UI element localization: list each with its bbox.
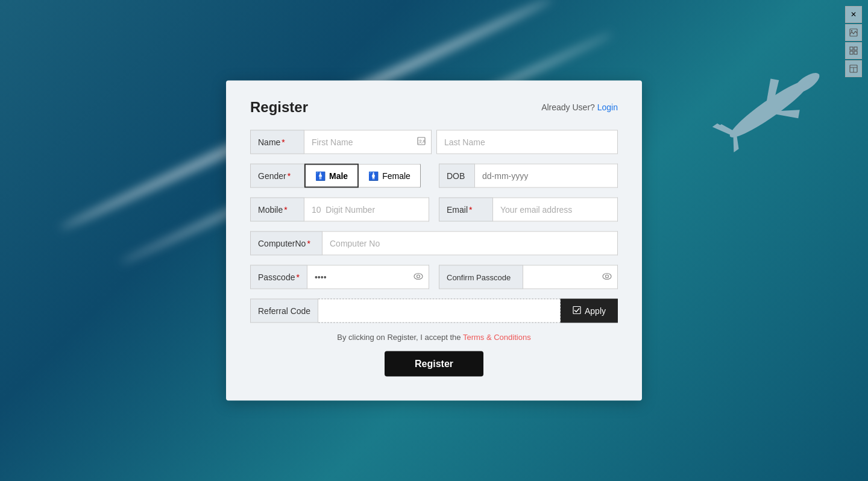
svg-point-21 [606,275,609,278]
svg-marker-5 [726,134,744,152]
image-icon[interactable] [845,24,862,41]
female-person-icon: 🚺 [368,171,379,181]
svg-rect-12 [854,51,857,54]
first-name-wrapper: 文A [304,130,432,154]
svg-rect-22 [573,306,580,313]
register-button[interactable]: Register [385,351,483,377]
passcode-input[interactable] [307,265,429,289]
referral-label: Referral Code [250,299,318,323]
referral-input[interactable] [318,300,560,322]
page-title: Register [250,99,308,116]
svg-point-8 [851,30,852,31]
login-link[interactable]: Login [597,102,618,112]
apply-icon [573,306,581,316]
already-user-text: Already User? Login [541,102,618,112]
computerno-row: ComputerNo* [250,231,618,256]
confirm-passcode-label: Confirm Passcode [439,265,523,289]
apply-button[interactable]: Apply [561,299,618,323]
card-header: Register Already User? Login [250,99,618,116]
male-person-icon: 🚹 [315,171,326,181]
gender-male-button[interactable]: 🚹 Male [304,164,359,188]
register-card: Register Already User? Login Name* 文A [226,81,642,401]
top-right-panel: ✕ [845,6,862,77]
confirm-passcode-input-wrapper [523,265,618,289]
first-name-input[interactable] [304,130,432,154]
email-input[interactable] [493,198,618,222]
mobile-email-row: Mobile* Email* [250,198,618,222]
dob-group: DOB [439,164,618,188]
mobile-group: Mobile* [250,198,429,222]
svg-text:文A: 文A [418,139,426,143]
last-name-group [436,130,618,154]
name-row: Name* 文A [250,130,618,154]
referral-row: Referral Code Apply [250,299,618,323]
svg-point-18 [414,274,423,280]
computerno-group: ComputerNo* [250,231,618,256]
passcode-group: Passcode* [250,265,429,289]
first-name-group: Name* 文A [250,130,432,154]
referral-input-wrapper [318,299,561,323]
terms-link[interactable]: Terms & Conditions [463,333,531,342]
computerno-input[interactable] [322,231,618,256]
grid-icon[interactable] [845,42,862,59]
name-label: Name* [250,130,304,154]
svg-rect-10 [854,47,857,50]
gender-dob-row: Gender* 🚹 Male 🚺 Female DOB [250,164,618,188]
confirm-passcode-eye-icon[interactable] [602,272,612,282]
dob-input[interactable] [475,164,618,188]
svg-point-19 [417,275,420,278]
terms-text: By clicking on Register, I accept the Te… [250,333,618,342]
mobile-input[interactable] [304,198,429,222]
gender-label: Gender* [250,164,304,188]
passcode-label: Passcode* [250,265,307,289]
svg-point-1 [791,69,822,96]
last-name-input[interactable] [436,130,618,154]
email-group: Email* [439,198,618,222]
computerno-label: ComputerNo* [250,231,322,256]
svg-point-20 [603,274,611,280]
passcode-row: Passcode* Confirm Passcode [250,265,618,289]
close-icon[interactable]: ✕ [845,6,862,23]
email-label: Email* [439,198,493,222]
gender-group: Gender* 🚹 Male 🚺 Female [250,164,429,188]
gender-female-button[interactable]: 🚺 Female [359,164,421,188]
svg-rect-9 [850,47,853,50]
dob-label: DOB [439,164,475,188]
table-icon[interactable] [845,60,862,77]
passcode-input-wrapper [307,265,429,289]
passcode-eye-icon[interactable] [414,272,423,282]
svg-rect-11 [850,51,853,54]
confirm-passcode-group: Confirm Passcode [439,265,618,289]
mobile-label: Mobile* [250,198,304,222]
translate-icon: 文A [417,137,426,147]
